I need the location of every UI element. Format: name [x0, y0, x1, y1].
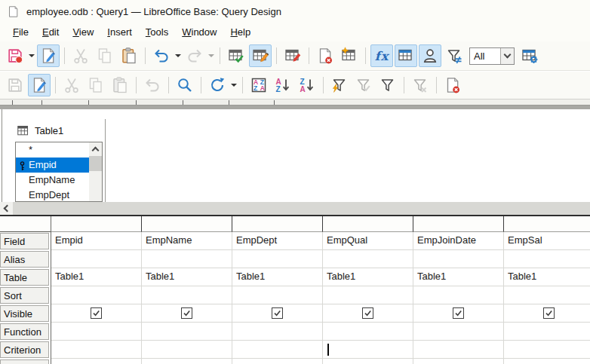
horizontal-scrollbar-thumb[interactable]	[13, 202, 590, 215]
alias-cell[interactable]	[232, 250, 323, 268]
menu-help[interactable]: Help	[223, 24, 257, 40]
visible-checkbox[interactable]	[543, 307, 555, 319]
sort-cell[interactable]	[323, 286, 413, 304]
sort-cell[interactable]	[142, 286, 232, 304]
column-header-cell[interactable]	[504, 216, 590, 232]
alias-cell[interactable]	[413, 250, 504, 268]
field-list[interactable]: *EmpidEmpNameEmpDept	[15, 142, 103, 202]
visible-cell[interactable]	[51, 304, 142, 323]
visible-cell[interactable]	[413, 304, 504, 323]
table-window-header[interactable]: Table1	[15, 119, 105, 142]
visible-cell[interactable]	[504, 304, 590, 323]
field-item-empdept[interactable]: EmpDept	[16, 188, 90, 202]
distinct-values-button[interactable]	[443, 44, 466, 67]
autofilter-button[interactable]	[328, 74, 351, 96]
limit-dropdown-button[interactable]	[500, 48, 514, 64]
save-dropdown-arrow[interactable]	[27, 45, 36, 66]
function-cell[interactable]	[504, 323, 590, 341]
functions-button[interactable]: fx	[370, 44, 393, 67]
function-cell[interactable]	[142, 323, 232, 341]
menu-edit[interactable]: Edit	[35, 24, 66, 40]
menu-file[interactable]: File	[6, 24, 35, 40]
alias-cell[interactable]	[504, 250, 590, 268]
add-table-button[interactable]	[338, 44, 361, 67]
menu-insert[interactable]: Insert	[100, 24, 139, 40]
table-cell[interactable]: Table1	[51, 268, 142, 286]
table-cell[interactable]: Table1	[232, 268, 323, 286]
visible-checkbox[interactable]	[91, 307, 102, 319]
sort-cell[interactable]	[413, 286, 504, 304]
table-cell[interactable]: Table1	[323, 268, 413, 286]
criterion-cell[interactable]	[323, 341, 413, 359]
criterion-cell[interactable]	[51, 341, 142, 359]
field-item-star[interactable]: *	[16, 142, 90, 158]
function-cell[interactable]	[51, 323, 142, 341]
undo-button[interactable]	[150, 44, 173, 67]
sort-ascending-button[interactable]: AZ	[272, 74, 294, 96]
visible-cell[interactable]	[323, 304, 413, 323]
alias-cell[interactable]	[142, 250, 232, 268]
edit-data-button[interactable]	[28, 74, 51, 96]
query-properties-button[interactable]	[518, 44, 541, 67]
menu-window[interactable]: Window	[175, 24, 223, 40]
column-header-cell[interactable]	[413, 216, 504, 232]
or-cell[interactable]	[51, 359, 142, 364]
field-item-empname[interactable]: EmpName	[16, 173, 90, 188]
column-header-cell[interactable]	[323, 216, 413, 232]
sort-cell[interactable]	[51, 286, 142, 304]
visible-cell[interactable]	[142, 304, 232, 323]
visible-checkbox[interactable]	[272, 307, 283, 319]
visible-checkbox[interactable]	[453, 307, 464, 319]
menu-tools[interactable]: Tools	[139, 24, 175, 40]
field-cell[interactable]: Empid	[51, 232, 142, 250]
field-list-scrollbar-thumb[interactable]	[89, 156, 102, 171]
limit-select[interactable]: All	[469, 47, 515, 65]
or-cell[interactable]	[413, 359, 504, 364]
alias-cell[interactable]	[51, 250, 142, 268]
sort-cell[interactable]	[504, 286, 590, 304]
scroll-up-button[interactable]	[89, 142, 102, 155]
criterion-cell[interactable]	[232, 341, 323, 359]
table-window[interactable]: Table1 *EmpidEmpNameEmpDept	[15, 119, 106, 202]
undo-dropdown-arrow[interactable]	[174, 45, 183, 66]
table-name-button[interactable]	[395, 44, 417, 67]
sort-button[interactable]: AZZA	[247, 74, 270, 96]
refresh-button[interactable]	[206, 74, 229, 96]
table-cell[interactable]: Table1	[413, 268, 504, 286]
find-record-button[interactable]	[174, 74, 196, 96]
alias-cell[interactable]	[323, 250, 413, 268]
menu-view[interactable]: View	[66, 24, 100, 40]
sort-cell[interactable]	[232, 286, 323, 304]
run-query-button[interactable]	[225, 44, 247, 67]
design-view-button[interactable]	[249, 44, 272, 67]
function-cell[interactable]	[413, 323, 504, 341]
alias-button[interactable]	[419, 44, 441, 67]
clear-query-button[interactable]	[441, 74, 464, 96]
visible-checkbox[interactable]	[362, 307, 373, 319]
field-cell[interactable]: EmpDept	[232, 232, 323, 250]
visible-checkbox[interactable]	[181, 307, 192, 319]
criterion-cell[interactable]	[142, 341, 232, 359]
field-cell[interactable]: EmpJoinDate	[413, 232, 504, 250]
criterion-cell[interactable]	[504, 341, 590, 359]
clear-query-button[interactable]	[281, 44, 304, 67]
scroll-left-button[interactable]	[0, 202, 13, 215]
edit-button[interactable]	[37, 44, 60, 67]
or-cell[interactable]	[232, 359, 323, 364]
table-cell[interactable]: Table1	[504, 268, 590, 286]
function-cell[interactable]	[323, 323, 413, 341]
visible-cell[interactable]	[232, 304, 323, 323]
field-list-scrollbar[interactable]	[89, 142, 102, 201]
paste-button[interactable]	[118, 44, 140, 67]
horizontal-scrollbar[interactable]	[0, 202, 590, 215]
field-cell[interactable]: EmpSal	[504, 232, 590, 250]
field-item-empid[interactable]: Empid	[16, 158, 90, 173]
field-cell[interactable]: EmpQual	[323, 232, 413, 250]
or-cell[interactable]	[504, 359, 590, 364]
or-cell[interactable]	[142, 359, 232, 364]
refresh-dropdown-arrow[interactable]	[229, 75, 238, 96]
function-cell[interactable]	[232, 323, 323, 341]
or-cell[interactable]	[323, 359, 413, 364]
sort-descending-button[interactable]: ZA	[296, 74, 318, 96]
table-cell[interactable]: Table1	[142, 268, 232, 286]
